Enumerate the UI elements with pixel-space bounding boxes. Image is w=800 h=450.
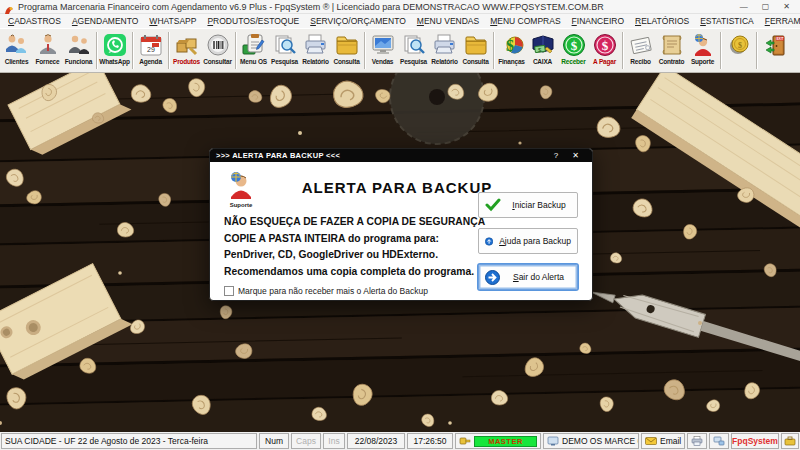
employees-icon (66, 32, 92, 58)
menu-compras[interactable]: MENU COMPRAS (490, 16, 560, 26)
toolbar-button-consulta-vendas[interactable]: Consulta (460, 30, 491, 71)
status-printer[interactable] (687, 433, 707, 449)
statusbar: SUA CIDADE - UF 22 de Agosto de 2023 - T… (0, 432, 800, 450)
svg-text:29: 29 (147, 46, 155, 53)
toolbar-button-exit[interactable]: EXIT (759, 30, 790, 71)
menu-produtos-estoque[interactable]: PRODUTOS/ESTOQUE (207, 16, 299, 26)
folder-icon (463, 32, 489, 58)
suppliers-icon (35, 32, 61, 58)
toolbar-button-agenda[interactable]: 29 Agenda (135, 30, 166, 71)
toolbar-button-a-pagar[interactable]: $ A Pagar (589, 30, 620, 71)
toolbar-separator (754, 30, 759, 71)
toolbar-button-financas[interactable]: $ Finanças (496, 30, 527, 71)
products-icon (174, 32, 200, 58)
toolbar-button-produtos[interactable]: Produtos (171, 30, 202, 71)
toolbar-button-coin[interactable]: $ (723, 30, 754, 71)
menu-servico-orcamento[interactable]: SERVIÇO/ORÇAMENTO (310, 16, 406, 26)
toolbar-button-contrato[interactable]: Contrato (656, 30, 687, 71)
check-icon (485, 198, 501, 212)
toolbar-button-relatorio-vendas[interactable]: Relatório (429, 30, 460, 71)
main-toolbar: Clientes Fornece Funciona WhatsApp 29 Ag… (0, 28, 800, 73)
window-controls: — ▢ ✕ (740, 0, 796, 14)
toolbar-separator (94, 30, 99, 71)
finance-pie-icon: $ (499, 32, 525, 58)
checkbox-box[interactable] (224, 286, 234, 296)
status-user-level: MASTER (455, 433, 541, 449)
dialog-buttons: Iniciar Backup Ajuda para Backup Sair do… (478, 192, 578, 300)
toolbar-separator (718, 30, 723, 71)
menu-financeiro[interactable]: FINANCEIRO (572, 16, 624, 26)
toolbar-button-menu-os[interactable]: Menu OS (238, 30, 269, 71)
ajuda-backup-button[interactable]: Ajuda para Backup (478, 228, 578, 254)
whatsapp-icon (103, 32, 127, 58)
toolbar-button-consultar[interactable]: Consultar (202, 30, 233, 71)
minimize-button[interactable]: — (740, 0, 748, 14)
menu-relatorios[interactable]: RELATÓRIOS (635, 16, 689, 26)
toolbar-button-recibo[interactable]: Recibo (625, 30, 656, 71)
sair-alerta-button[interactable]: Sair do Alerta (478, 264, 578, 290)
menu-whatsapp[interactable]: WHATSAPP (149, 16, 196, 26)
exit-door-icon: EXIT (762, 32, 788, 58)
monitor-icon (547, 436, 559, 446)
pay-dollar-icon: $ (593, 32, 617, 58)
toolbar-button-suporte[interactable]: Suporte (687, 30, 718, 71)
status-email[interactable]: Email (641, 433, 685, 449)
svg-text:EXIT: EXIT (776, 37, 783, 41)
toolbar-button-whatsapp[interactable]: WhatsApp (99, 30, 130, 71)
app-icon (4, 2, 14, 12)
network-icon (713, 436, 725, 446)
toolbar-button-fornece[interactable]: Fornece (32, 30, 63, 71)
dismiss-backup-alert-checkbox[interactable]: Marque para não receber mais o Alerta do… (224, 286, 428, 296)
exit-arrow-icon (485, 270, 500, 285)
sales-monitor-icon (370, 32, 396, 58)
email-icon (645, 436, 657, 446)
dialog-close-button[interactable]: ✕ (565, 151, 586, 160)
status-version: DEMO OS MARCE 6.9 (543, 433, 639, 449)
master-badge: MASTER (474, 436, 537, 447)
menu-estatistica[interactable]: ESTATISTICA (700, 16, 754, 26)
status-insert: Ins (323, 433, 345, 449)
toolbar-separator (233, 30, 238, 71)
coin-icon: $ (727, 32, 751, 58)
support-icon (690, 32, 716, 58)
report-printer-icon (303, 32, 329, 58)
window-titlebar: Programa Marcenaria Financeiro com Agend… (0, 0, 800, 14)
search-docs-icon (272, 32, 298, 58)
dialog-help-button[interactable]: ? (547, 151, 565, 160)
toolbar-button-pesquisa-vendas[interactable]: Pesquisa (398, 30, 429, 71)
toolbar-button-funciona[interactable]: Funciona (63, 30, 94, 71)
toolbar-button-consulta-os[interactable]: Consulta (331, 30, 362, 71)
app-window: Programa Marcenaria Financeiro com Agend… (0, 0, 800, 450)
status-time: 17:26:50 (407, 433, 453, 449)
svg-text:$: $ (738, 41, 742, 50)
toolbar-button-vendas[interactable]: Vendas (367, 30, 398, 71)
menubar: CADASTROS AGENDAMENTO WHATSAPP PRODUTOS/… (0, 14, 800, 28)
search-docs-icon (401, 32, 427, 58)
printer-icon (691, 436, 703, 446)
status-date: 22/08/2023 (347, 433, 405, 449)
toolbar-separator (491, 30, 496, 71)
key-icon (459, 436, 471, 446)
menu-vendas[interactable]: MENU VENDAS (417, 16, 479, 26)
svg-text:$: $ (601, 38, 608, 53)
maximize-button[interactable]: ▢ (762, 0, 770, 14)
toolbar-separator (620, 30, 625, 71)
contract-icon (659, 32, 685, 58)
toolbar-button-relatorio-os[interactable]: Relatório (300, 30, 331, 71)
menu-ferramentas[interactable]: FERRAMENTAS (765, 16, 800, 26)
support-icon (226, 171, 256, 199)
dialog-message-line: Recomendamos uma copia completa do progr… (224, 264, 514, 281)
help-circle-icon (485, 234, 493, 249)
toolbar-button-receber[interactable]: $ Receber (558, 30, 589, 71)
status-network[interactable] (709, 433, 729, 449)
toolbar-button-pesquisa-os[interactable]: Pesquisa (269, 30, 300, 71)
menu-agendamento[interactable]: AGENDAMENTO (72, 16, 138, 26)
toolbar-button-caixa[interactable]: $ CAIXA (527, 30, 558, 71)
close-button[interactable]: ✕ (783, 0, 790, 14)
report-printer-icon (432, 32, 458, 58)
checkbox-label: Marque para não receber mais o Alerta do… (238, 286, 428, 296)
iniciar-backup-button[interactable]: Iniciar Backup (478, 192, 578, 218)
toolbar-button-clientes[interactable]: Clientes (1, 30, 32, 71)
menu-cadastros[interactable]: CADASTROS (8, 16, 61, 26)
status-location: SUA CIDADE - UF 22 de Agosto de 2023 - T… (1, 433, 257, 449)
